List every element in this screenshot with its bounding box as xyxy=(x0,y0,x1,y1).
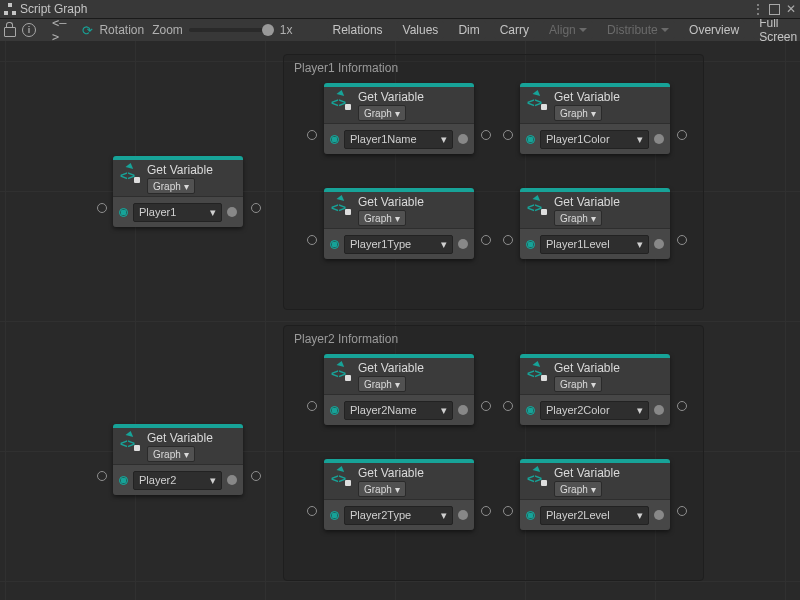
ext-port[interactable] xyxy=(677,506,687,516)
output-port[interactable] xyxy=(458,239,468,249)
get-variable-icon: <> xyxy=(330,361,352,383)
variable-field[interactable]: Player1Name▾ xyxy=(344,130,453,149)
output-port[interactable] xyxy=(654,510,664,520)
node-get-variable[interactable]: <>Get VariableGraph ▾ Player1Color▾ xyxy=(520,83,670,154)
node-get-variable[interactable]: <> Get VariableGraph ▾ Player1▾ xyxy=(113,156,243,227)
node-get-variable[interactable]: <>Get VariableGraph ▾ Player1Name▾ xyxy=(324,83,474,154)
ext-port[interactable] xyxy=(677,401,687,411)
values-button[interactable]: Values xyxy=(397,21,445,39)
node-get-variable[interactable]: <>Get VariableGraph ▾ Player2Name▾ xyxy=(324,354,474,425)
variable-field[interactable]: Player2Color▾ xyxy=(540,401,649,420)
output-port[interactable] xyxy=(458,134,468,144)
scope-dropdown[interactable]: Graph ▾ xyxy=(358,210,406,226)
ext-port[interactable] xyxy=(503,401,513,411)
ext-port[interactable] xyxy=(481,401,491,411)
kebab-icon[interactable]: ⋮ xyxy=(752,2,763,16)
ext-port[interactable] xyxy=(677,130,687,140)
node-get-variable[interactable]: <>Get VariableGraph ▾ Player1Type▾ xyxy=(324,188,474,259)
scope-dropdown[interactable]: Graph ▾ xyxy=(147,446,195,462)
ext-port[interactable] xyxy=(307,130,317,140)
scope-dropdown[interactable]: Graph ▾ xyxy=(358,105,406,121)
ext-port[interactable] xyxy=(307,506,317,516)
get-variable-icon: <> xyxy=(330,90,352,112)
carry-button[interactable]: Carry xyxy=(494,21,535,39)
variable-field[interactable]: Player1Type▾ xyxy=(344,235,453,254)
input-port[interactable] xyxy=(330,406,339,415)
input-port[interactable] xyxy=(526,511,535,520)
variable-field[interactable]: Player1Color▾ xyxy=(540,130,649,149)
ext-port[interactable] xyxy=(481,235,491,245)
group-title: Player2 Information xyxy=(294,332,398,346)
scope-dropdown[interactable]: Graph ▾ xyxy=(554,376,602,392)
ext-port[interactable] xyxy=(97,471,107,481)
get-variable-icon: <> xyxy=(330,466,352,488)
variable-field[interactable]: Player1Level▾ xyxy=(540,235,649,254)
dim-button[interactable]: Dim xyxy=(452,21,485,39)
overview-button[interactable]: Overview xyxy=(683,21,745,39)
toolbar: i <‒> ⟳ Rotation Zoom 1x Relations Value… xyxy=(0,19,800,42)
output-port[interactable] xyxy=(654,134,664,144)
fullscreen-button[interactable]: Full Screen xyxy=(753,21,800,39)
node-get-variable[interactable]: <>Get VariableGraph ▾ Player1Level▾ xyxy=(520,188,670,259)
scope-dropdown[interactable]: Graph ▾ xyxy=(554,105,602,121)
variable-field[interactable]: Player2▾ xyxy=(133,471,222,490)
ext-port[interactable] xyxy=(481,130,491,140)
get-variable-icon: <> xyxy=(119,163,141,185)
scope-dropdown[interactable]: Graph ▾ xyxy=(554,481,602,497)
variable-field[interactable]: Player2Name▾ xyxy=(344,401,453,420)
distribute-button[interactable]: Distribute xyxy=(601,21,675,39)
input-port[interactable] xyxy=(330,511,339,520)
ext-port[interactable] xyxy=(307,401,317,411)
ext-port[interactable] xyxy=(503,506,513,516)
node-get-variable[interactable]: <>Get VariableGraph ▾ Player2Color▾ xyxy=(520,354,670,425)
maximize-icon[interactable] xyxy=(769,4,780,15)
close-icon[interactable]: ✕ xyxy=(786,2,796,16)
input-port[interactable] xyxy=(526,240,535,249)
input-port[interactable] xyxy=(526,406,535,415)
get-variable-icon: <> xyxy=(526,466,548,488)
node-get-variable[interactable]: <> Get VariableGraph ▾ Player2▾ xyxy=(113,424,243,495)
input-port[interactable] xyxy=(526,135,535,144)
hierarchy-icon xyxy=(4,3,16,15)
variable-field[interactable]: Player1▾ xyxy=(133,203,222,222)
input-port[interactable] xyxy=(330,240,339,249)
scope-dropdown[interactable]: Graph ▾ xyxy=(147,178,195,194)
output-port[interactable] xyxy=(654,239,664,249)
variable-field[interactable]: Player2Type▾ xyxy=(344,506,453,525)
output-port[interactable] xyxy=(654,405,664,415)
ext-port[interactable] xyxy=(97,203,107,213)
ext-port[interactable] xyxy=(677,235,687,245)
scope-dropdown[interactable]: Graph ▾ xyxy=(554,210,602,226)
graph-canvas[interactable]: Player1 Information Player2 Information … xyxy=(0,41,800,600)
embed-icon[interactable]: <‒> xyxy=(52,16,66,44)
output-port[interactable] xyxy=(227,475,237,485)
ext-port[interactable] xyxy=(481,506,491,516)
ext-port[interactable] xyxy=(503,130,513,140)
title-bar: Script Graph ⋮ ✕ xyxy=(0,0,800,19)
get-variable-icon: <> xyxy=(330,195,352,217)
align-button[interactable]: Align xyxy=(543,21,593,39)
variable-field[interactable]: Player2Level▾ xyxy=(540,506,649,525)
scope-dropdown[interactable]: Graph ▾ xyxy=(358,481,406,497)
output-port[interactable] xyxy=(458,405,468,415)
get-variable-icon: <> xyxy=(526,195,548,217)
node-get-variable[interactable]: <>Get VariableGraph ▾ Player2Level▾ xyxy=(520,459,670,530)
zoom-slider[interactable] xyxy=(189,28,274,32)
output-port[interactable] xyxy=(227,207,237,217)
ext-port[interactable] xyxy=(503,235,513,245)
node-get-variable[interactable]: <>Get VariableGraph ▾ Player2Type▾ xyxy=(324,459,474,530)
zoom-value: 1x xyxy=(280,23,293,37)
info-icon[interactable]: i xyxy=(22,23,36,37)
input-port[interactable] xyxy=(330,135,339,144)
rotation-label: Rotation xyxy=(99,23,144,37)
scope-dropdown[interactable]: Graph ▾ xyxy=(358,376,406,392)
output-port[interactable] xyxy=(458,510,468,520)
input-port[interactable] xyxy=(119,208,128,217)
get-variable-icon: <> xyxy=(526,90,548,112)
ext-port[interactable] xyxy=(251,203,261,213)
ext-port[interactable] xyxy=(251,471,261,481)
lock-icon[interactable] xyxy=(4,27,16,37)
relations-button[interactable]: Relations xyxy=(327,21,389,39)
ext-port[interactable] xyxy=(307,235,317,245)
input-port[interactable] xyxy=(119,476,128,485)
